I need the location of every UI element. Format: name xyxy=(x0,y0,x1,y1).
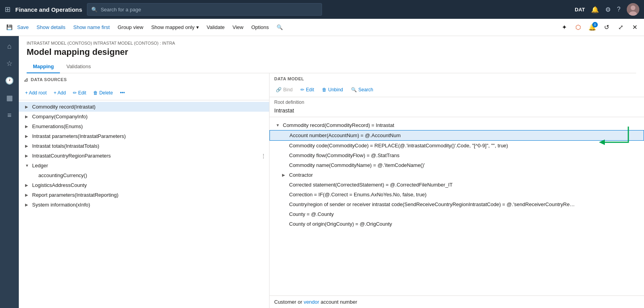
datasources-tree: ▶ Commodity record(Intrastat) ▶ Company(… xyxy=(19,100,269,308)
edit-button[interactable]: ✏ Edit xyxy=(70,87,89,98)
dropdown-chevron-icon: ▾ xyxy=(196,24,199,30)
chevron-right-icon: ▶ xyxy=(25,144,30,148)
tree-item[interactable]: ▶ LogisticsAddressCounty xyxy=(19,180,269,190)
tree-item-label: Company(CompanyInfo) xyxy=(32,114,266,120)
tree-item-label: IntrastatCountryRegionParameters xyxy=(32,153,259,159)
chevron-right-icon: ▶ xyxy=(25,193,30,197)
tree-item[interactable]: ▶ Commodity record(Intrastat) xyxy=(19,102,269,112)
tree-item[interactable]: ▶ Company(CompanyInfo) xyxy=(19,112,269,121)
tree-item[interactable]: ▶ System information(xInfo) xyxy=(19,200,269,210)
filter-icon[interactable]: ⊿ xyxy=(24,76,29,83)
dm-tree-item[interactable]: Commodity name(CommodityName) = @.'itemC… xyxy=(270,160,644,170)
tree-item[interactable]: ▶ Intrastat totals(IntrastatTotals) xyxy=(19,141,269,151)
breadcrumb: INTRASTAT MODEL (CONTOSO) INTRASTAT MODE… xyxy=(27,41,636,45)
help-icon[interactable]: ? xyxy=(617,6,620,13)
page-title: Model mapping designer xyxy=(27,47,636,57)
add-button[interactable]: + Add xyxy=(51,87,69,98)
dm-tree-item[interactable]: Correction = IF(@.Correct = Enums.AxNoYe… xyxy=(270,190,644,199)
group-view-button[interactable]: Group view xyxy=(114,21,147,34)
unlink-icon: 🗑 xyxy=(322,87,327,92)
tree-item[interactable]: ▶ Enumerations(Enums) xyxy=(19,121,269,131)
dm-tree-item[interactable]: County of origin(OrigCounty) = @.OrigCou… xyxy=(270,219,644,229)
dm-toolbar: 🔗 Bind ✏ Edit 🗑 Unbind 🔍 Search xyxy=(270,83,644,97)
modules-icon[interactable]: ≡ xyxy=(2,108,16,122)
office-icon[interactable]: ⬡ xyxy=(572,21,584,34)
refresh-icon[interactable]: ↺ xyxy=(600,21,613,34)
options-button[interactable]: Options xyxy=(248,21,272,34)
root-definition-value: Intrastat xyxy=(270,107,644,117)
search-cmd-button[interactable]: 🔍 xyxy=(273,21,286,34)
tab-mapping[interactable]: Mapping xyxy=(27,60,60,73)
add-label: + Add xyxy=(54,90,66,96)
close-icon[interactable]: ✕ xyxy=(628,21,641,34)
tree-item[interactable]: ▶ IntrastatCountryRegionParameters ⋮ xyxy=(19,151,269,161)
bell-icon[interactable]: 🔔 xyxy=(591,6,599,13)
show-name-first-label: Show name first xyxy=(73,24,110,30)
global-search[interactable]: 🔍 Search for a page xyxy=(87,3,322,16)
dm-tree-item[interactable]: County = @.County xyxy=(270,209,644,219)
open-in-new-icon[interactable]: ⤢ xyxy=(614,21,627,34)
unbind-button[interactable]: 🗑 Unbind xyxy=(319,84,346,95)
tree-item[interactable]: accountingCurrency() xyxy=(19,170,269,180)
dm-item-label: Commodity record(CommodityRecord) = Intr… xyxy=(283,122,641,128)
vendor-link[interactable]: vendor xyxy=(304,299,319,305)
dm-edit-button[interactable]: ✏ Edit xyxy=(297,84,317,95)
delete-label: 🗑 Delete xyxy=(93,90,113,96)
tree-item[interactable]: ▼ Ledger xyxy=(19,161,269,170)
tree-item-label: Enumerations(Enums) xyxy=(32,123,266,129)
dm-item-label: Contractor xyxy=(289,172,641,178)
chevron-right-icon: ▶ xyxy=(25,134,30,138)
group-view-label: Group view xyxy=(118,24,143,30)
dm-tree-item[interactable]: Commodity code(CommodityCode) = REPLACE(… xyxy=(270,141,644,150)
workspaces-icon[interactable]: ▦ xyxy=(2,91,16,105)
home-icon[interactable]: ⌂ xyxy=(2,39,16,53)
dm-tree-item[interactable]: Corrected statement(CorrectedStatement) … xyxy=(270,180,644,190)
favorites-icon[interactable]: ☆ xyxy=(2,56,16,71)
dm-search-icon: 🔍 xyxy=(351,87,357,92)
personalize-icon[interactable]: ✦ xyxy=(558,21,570,34)
data-model-header: DATA MODEL xyxy=(270,73,644,83)
dm-tree-item[interactable]: Account number(AccountNum) = @.AccountNu… xyxy=(270,130,644,141)
dm-search-button[interactable]: 🔍 Search xyxy=(348,84,376,95)
dm-tree-item[interactable]: ▶ Contractor xyxy=(270,170,644,180)
dm-tree-item[interactable]: Commodity flow(CommodityFlow) = @.StatTr… xyxy=(270,150,644,160)
more-icon[interactable]: ⋮ xyxy=(261,153,266,159)
bind-button[interactable]: 🔗 Bind xyxy=(273,84,296,95)
search-placeholder: Search for a page xyxy=(101,7,141,13)
tree-item[interactable]: ▶ Report parameters(IntrastatReporting) xyxy=(19,190,269,200)
view-button[interactable]: View xyxy=(230,21,247,34)
show-mapped-only-label: Show mapped only xyxy=(151,24,195,30)
dm-search-label: Search xyxy=(358,87,373,92)
add-root-button[interactable]: + Add root xyxy=(22,87,50,98)
more-button[interactable]: ••• xyxy=(117,87,128,98)
data-sources-header: ⊿ DATA SOURCES xyxy=(19,73,269,86)
validate-button[interactable]: Validate xyxy=(204,21,228,34)
save-button[interactable]: 💾 Save xyxy=(3,21,32,34)
cmd-right-icons: ✦ ⬡ 🔔0 ↺ ⤢ ✕ xyxy=(558,21,641,34)
show-details-button[interactable]: Show details xyxy=(33,21,69,34)
avatar[interactable] xyxy=(627,3,639,16)
validate-label: Validate xyxy=(207,24,225,30)
tree-item-label: LogisticsAddressCounty xyxy=(32,182,266,188)
tab-validations[interactable]: Validations xyxy=(60,60,97,73)
chevron-right-icon: ▶ xyxy=(282,173,287,177)
app-title: Finance and Operations xyxy=(15,6,82,13)
edit-label: ✏ Edit xyxy=(73,90,86,96)
tree-item-label: Commodity record(Intrastat) xyxy=(32,104,266,110)
show-name-first-button[interactable]: Show name first xyxy=(70,21,113,34)
dm-tree: ▼ Commodity record(CommodityRecord) = In… xyxy=(270,119,644,295)
dm-item-label: Corrected statement(CorrectedStatement) … xyxy=(289,182,641,188)
tree-item[interactable]: ▶ Intrastat parameters(IntrastatParamete… xyxy=(19,131,269,141)
gear-icon[interactable]: ⚙ xyxy=(605,6,611,13)
tree-item-label: System information(xInfo) xyxy=(32,202,266,208)
dm-tree-item[interactable]: ▼ Commodity record(CommodityRecord) = In… xyxy=(270,120,644,130)
env-badge: DAT xyxy=(575,7,585,13)
recent-icon[interactable]: 🕐 xyxy=(2,74,16,88)
dm-tree-item[interactable]: Country/region of sender or receiver int… xyxy=(270,199,644,209)
show-mapped-only-button[interactable]: Show mapped only ▾ xyxy=(148,21,202,34)
delete-button[interactable]: 🗑 Delete xyxy=(90,87,116,98)
notification-count-icon[interactable]: 🔔0 xyxy=(586,21,599,34)
root-definition-label: Root definition xyxy=(270,97,644,107)
options-label: Options xyxy=(251,24,269,30)
grid-icon[interactable]: ⊞ xyxy=(5,5,11,14)
